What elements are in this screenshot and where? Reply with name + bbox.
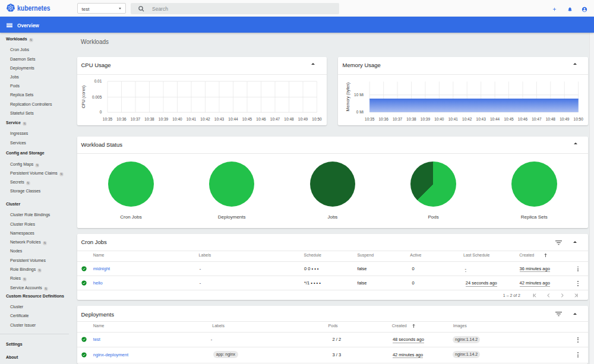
svg-text:10:48: 10:48 [284, 117, 294, 121]
svg-text:0.005: 0.005 [92, 95, 102, 99]
svg-text:0.01: 0.01 [94, 79, 102, 83]
svg-text:10:50: 10:50 [573, 117, 583, 121]
svg-text:10:41: 10:41 [187, 117, 197, 121]
svg-text:10:46: 10:46 [517, 117, 527, 121]
svg-text:10:36: 10:36 [378, 117, 388, 121]
svg-text:10:48: 10:48 [545, 117, 555, 121]
svg-text:10:40: 10:40 [434, 117, 444, 121]
svg-text:10:37: 10:37 [131, 117, 141, 121]
svg-text:10:41: 10:41 [448, 117, 458, 121]
svg-text:CPU (cores): CPU (cores) [81, 86, 86, 109]
svg-text:10:36: 10:36 [116, 117, 127, 121]
svg-text:10:42: 10:42 [462, 117, 472, 121]
svg-text:10:35: 10:35 [103, 117, 113, 121]
svg-text:10:43: 10:43 [214, 117, 225, 121]
svg-text:10 Mi: 10 Mi [354, 93, 364, 97]
svg-text:10:40: 10:40 [172, 117, 182, 121]
svg-text:10:44: 10:44 [228, 117, 238, 121]
svg-text:10:46: 10:46 [256, 117, 266, 121]
svg-text:10:49: 10:49 [560, 117, 570, 121]
svg-text:10:38: 10:38 [144, 117, 154, 121]
svg-text:10:45: 10:45 [242, 117, 252, 121]
svg-text:Memory (bytes): Memory (bytes) [346, 83, 350, 112]
svg-text:0: 0 [100, 110, 102, 114]
svg-text:10:47: 10:47 [270, 117, 280, 121]
svg-text:10:50: 10:50 [312, 117, 322, 121]
svg-text:10:45: 10:45 [504, 117, 514, 121]
svg-text:10:37: 10:37 [392, 117, 402, 121]
svg-text:10:42: 10:42 [200, 117, 210, 121]
svg-text:0 Mi: 0 Mi [356, 110, 363, 114]
svg-text:10:35: 10:35 [365, 117, 375, 121]
svg-text:10:43: 10:43 [476, 117, 486, 121]
svg-text:10:39: 10:39 [420, 117, 430, 121]
svg-text:10:44: 10:44 [489, 117, 500, 121]
svg-text:10:47: 10:47 [532, 117, 542, 121]
svg-text:10:49: 10:49 [298, 117, 308, 121]
svg-text:10:38: 10:38 [406, 117, 416, 121]
svg-text:10:39: 10:39 [159, 117, 169, 121]
